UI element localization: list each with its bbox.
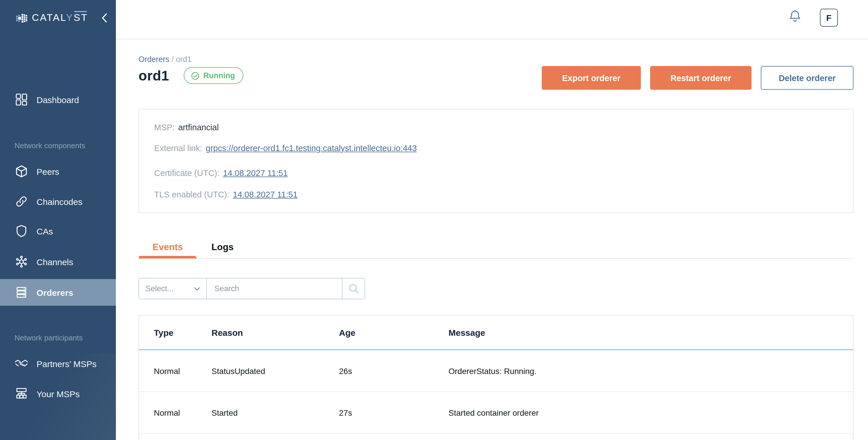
hub-icon [14, 255, 28, 269]
user-avatar[interactable]: F [820, 9, 838, 27]
sidebar-item-orderers[interactable]: Orderers [0, 279, 116, 306]
page-title: ord1 [138, 67, 169, 84]
status-badge: Running [184, 67, 243, 84]
sidebar-item-label: Channels [36, 257, 73, 267]
external-link-label: External link: [154, 143, 202, 153]
external-link-url[interactable]: grpcs://orderer-ord1.fc1.testing.catalys… [206, 143, 417, 153]
title-row: ord1 Running [138, 67, 243, 84]
cell-age: 27s [339, 408, 448, 417]
sidebar-item-label: Your MSPs [36, 389, 80, 399]
notifications-bell-icon[interactable] [787, 9, 803, 24]
sidebar-item-peers[interactable]: Peers [0, 158, 116, 185]
tab-events[interactable]: Events [138, 236, 197, 258]
tabs: Events Logs [138, 236, 854, 259]
filter-select[interactable]: Select... [138, 278, 207, 299]
sidebar-collapse-icon[interactable] [100, 12, 109, 24]
breadcrumb-separator: / [169, 55, 176, 64]
tls-label: TLS enabled (UTC): [154, 190, 229, 199]
column-header-message: Message [448, 328, 853, 337]
restart-orderer-button[interactable]: Restart orderer [650, 66, 751, 90]
export-orderer-button[interactable]: Export orderer [542, 66, 641, 90]
sidebar-section-network-components: Network components [14, 141, 113, 150]
search-button[interactable] [342, 278, 365, 299]
catalyst-logo-text: CATALYST [32, 12, 88, 24]
orderer-details-card: MSP: artfinancial External link: grpcs:/… [138, 109, 854, 213]
msp-label: MSP: [154, 123, 175, 132]
sidebar-item-cas[interactable]: CAs [0, 218, 116, 244]
cell-age: 26s [339, 366, 448, 375]
certificate-label: Certificate (UTC): [154, 168, 220, 178]
logo: CATALYST [0, 0, 116, 36]
tls-date-link[interactable]: 14.08.2027 11:51 [233, 190, 298, 199]
external-link-line: External link: grpcs://orderer-ord1.fc1.… [154, 142, 853, 154]
avatar-initial: F [826, 13, 832, 23]
dashboard-icon [14, 93, 28, 106]
tls-line: TLS enabled (UTC): 14.08.2027 11:51 [154, 189, 853, 200]
cell-message: OrdererStatus: Running. [448, 366, 853, 375]
certificate-line: Certificate (UTC): 14.08.2027 11:51 [154, 167, 853, 179]
sidebar-item-label: Chaincodes [36, 197, 82, 206]
status-badge-label: Running [204, 71, 235, 80]
delete-orderer-button[interactable]: Delete orderer [761, 66, 854, 90]
column-header-reason: Reason [212, 328, 339, 337]
handshake-icon [14, 357, 28, 371]
app-root: CATALYST Dashboard Network components Pe… [0, 0, 868, 440]
cell-message: Started container orderer [448, 408, 853, 417]
catalyst-logo-icon [16, 11, 29, 25]
server-icon [14, 285, 28, 299]
search-icon [347, 282, 360, 295]
main-content: Orderers / ord1 ord1 Running Export orde… [116, 39, 868, 440]
sidebar-item-channels[interactable]: Channels [0, 248, 116, 275]
sidebar-item-label: Dashboard [36, 95, 79, 104]
search-box [207, 278, 365, 299]
msp-value: artfinancial [178, 123, 219, 132]
sidebar-item-label: Peers [36, 166, 59, 176]
top-bar: F [116, 0, 868, 39]
filter-bar: Select... [138, 278, 365, 299]
filter-select-value: Select... [146, 284, 193, 293]
cell-reason: Started [212, 408, 339, 417]
sidebar-item-label: Partners’ MSPs [36, 359, 96, 369]
action-buttons: Export orderer Restart orderer Delete or… [542, 66, 854, 90]
events-table: Type Reason Age Message Normal StatusUpd… [138, 315, 854, 440]
breadcrumb-orderers-link[interactable]: Orderers [138, 55, 169, 64]
sidebar: CATALYST Dashboard Network components Pe… [0, 0, 116, 440]
cell-reason: StatusUpdated [212, 366, 339, 375]
certificate-date-link[interactable]: 14.08.2027 11:51 [223, 168, 288, 178]
check-circle-icon [191, 71, 200, 80]
sidebar-section-network-participants: Network participants [14, 334, 113, 342]
sidebar-item-partners-msps[interactable]: Partners’ MSPs [0, 350, 116, 377]
breadcrumb: Orderers / ord1 [138, 55, 191, 64]
column-header-type: Type [154, 328, 212, 337]
cell-type: Normal [154, 408, 212, 417]
chevron-down-icon [193, 284, 201, 293]
sidebar-item-label: CAs [36, 226, 53, 236]
cube-icon [14, 164, 28, 178]
sidebar-item-label: Orderers [36, 287, 73, 297]
breadcrumb-current: ord1 [176, 55, 191, 64]
msp-line: MSP: artfinancial [154, 122, 853, 133]
table-header-row: Type Reason Age Message [139, 315, 853, 350]
sidebar-item-dashboard[interactable]: Dashboard [0, 86, 116, 113]
cell-type: Normal [154, 366, 212, 375]
search-input[interactable] [207, 278, 342, 299]
org-chart-icon [14, 387, 28, 401]
column-header-age: Age [339, 328, 448, 337]
sidebar-item-chaincodes[interactable]: Chaincodes [0, 188, 116, 215]
tab-logs[interactable]: Logs [197, 236, 248, 258]
table-row: Normal Started 27s Started container ord… [139, 392, 853, 434]
shield-icon [14, 224, 28, 238]
link-icon [14, 195, 28, 208]
table-row: Normal StatusUpdated 26s OrdererStatus: … [139, 350, 853, 392]
sidebar-item-your-msps[interactable]: Your MSPs [0, 380, 116, 407]
